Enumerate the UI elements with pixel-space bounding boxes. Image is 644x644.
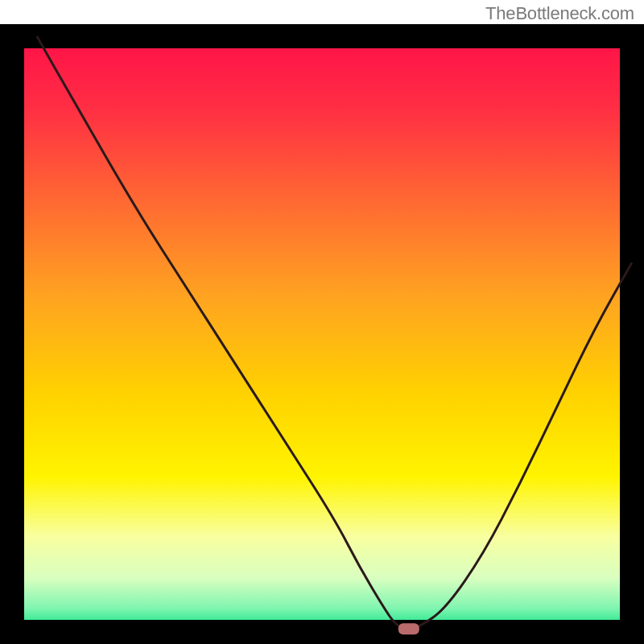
optimal-marker bbox=[398, 623, 419, 634]
plot-area bbox=[12, 36, 632, 632]
bottleneck-chart bbox=[0, 24, 644, 644]
watermark-text: TheBottleneck.com bbox=[485, 3, 634, 24]
